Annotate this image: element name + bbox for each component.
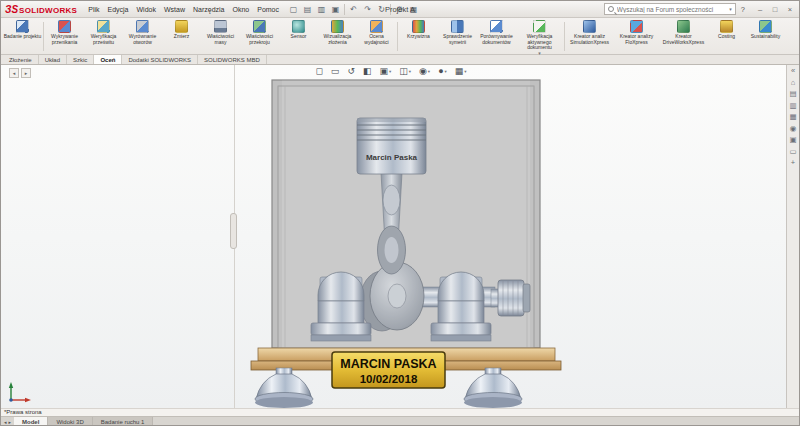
tab-dodatki-solidworks[interactable]: Dodatki SOLIDWORKS xyxy=(122,55,198,64)
tab-badanie-ruchu-1[interactable]: Badanie ruchu 1 xyxy=(93,417,154,426)
search-input[interactable] xyxy=(617,6,726,13)
ribbon-label: Costing xyxy=(718,34,735,40)
foot-right[interactable] xyxy=(464,368,522,408)
performance-evaluation-icon xyxy=(370,20,383,33)
search-icon xyxy=(608,6,614,12)
ribbon-label: Ocena wydajności xyxy=(357,34,396,45)
ribbon-label: Wizualizacja złożenia xyxy=(318,34,357,45)
custom-properties-icon[interactable]: ▣ xyxy=(789,136,796,144)
status-bar: *Prawa strona xyxy=(1,408,799,416)
featuremanager-arrows: ◂ ▸ xyxy=(9,68,31,78)
panel-expand-icon[interactable]: ▸ xyxy=(21,68,31,78)
open-icon[interactable]: ▤ xyxy=(302,5,313,14)
menu-okno[interactable]: Okno xyxy=(228,5,253,14)
appearances-icon[interactable]: ◉ xyxy=(790,125,797,133)
ribbon-label: Porównywanie dokumentów xyxy=(477,34,516,45)
solidworks-logo[interactable]: ЗS SOLIDWORKS xyxy=(5,4,77,15)
clearance-verification-icon xyxy=(97,20,110,33)
solidworks-logo-icon: ЗS xyxy=(5,4,18,15)
ribbon-button-check-active-document[interactable]: Weryfikacja aktywnego dokumentu ▾ xyxy=(516,19,563,54)
tab-scroll-right-icon[interactable]: ▸ xyxy=(9,419,12,425)
ribbon-button-floxpress[interactable]: Kreator analizy FloXpress xyxy=(613,19,660,54)
new-document-icon[interactable]: ▢ xyxy=(288,5,299,14)
ribbon-button-simulationxpress[interactable]: Kreator analiz SimulationXpress xyxy=(566,19,613,54)
ribbon-button-compare-documents[interactable]: Porównywanie dokumentów xyxy=(477,19,516,54)
ribbon-label: Kreator DriveWorksXpress xyxy=(660,34,707,45)
ribbon-button-interference-detection[interactable]: Wykrywanie przenikania xyxy=(45,19,84,54)
dropdown-caret-icon[interactable]: ▾ xyxy=(538,51,541,57)
maximize-icon[interactable]: □ xyxy=(770,5,780,14)
tab-zlozenie[interactable]: Złożenie xyxy=(3,55,39,64)
plate-name-text: MARCIN PASKA xyxy=(340,357,436,371)
sensor-icon xyxy=(292,20,305,33)
costing-icon xyxy=(720,20,733,33)
file-explorer-icon[interactable]: ▥ xyxy=(789,102,796,110)
ribbon-label: Krzywizna xyxy=(407,34,430,40)
design-library-icon[interactable]: ▤ xyxy=(789,90,796,98)
enclosure-front-face[interactable] xyxy=(272,80,540,348)
foot-left[interactable] xyxy=(255,368,313,408)
menu-edycja[interactable]: Edycja xyxy=(104,5,133,14)
simulationxpress-icon xyxy=(583,20,596,33)
ribbon-label: Zmierz xyxy=(174,34,189,40)
mass-properties-icon xyxy=(214,20,227,33)
menu-widok[interactable]: Widok xyxy=(133,5,160,14)
ribbon-button-sustainability[interactable]: Sustainability xyxy=(746,19,785,54)
help-icon[interactable]: ? xyxy=(739,5,747,14)
sustainability-icon xyxy=(759,20,772,33)
menu-narzedzia[interactable]: Narzędzia xyxy=(189,5,229,14)
ribbon-button-driveworksxpress[interactable]: Kreator DriveWorksXpress xyxy=(660,19,707,54)
menu-plik[interactable]: Plik xyxy=(84,5,103,14)
undo-icon[interactable]: ↶ xyxy=(348,5,359,14)
ribbon-label: Badanie projektu xyxy=(4,34,42,40)
menu-pomoc[interactable]: Pomoc xyxy=(253,5,283,14)
ribbon-button-assembly-visualization[interactable]: Wizualizacja złożenia xyxy=(318,19,357,54)
forum-icon[interactable]: ▭ xyxy=(789,148,796,156)
ribbon-label: Sprawdzenie symetrii xyxy=(438,34,477,45)
tab-ocen[interactable]: Oceń xyxy=(94,55,122,64)
ribbon-button-symmetry-check[interactable]: Sprawdzenie symetrii xyxy=(438,19,477,54)
ribbon-button-hole-alignment[interactable]: Wyrównanie otworów xyxy=(123,19,162,54)
save-icon[interactable]: ▥ xyxy=(316,5,327,14)
ribbon-button-curvature[interactable]: Krzywizna xyxy=(399,19,438,54)
tab-solidworks-mbd[interactable]: SOLIDWORKS MBD xyxy=(198,55,267,64)
task-pane: « ⌂ ▤ ▥ ▦ ◉ ▣ ▭ + xyxy=(786,65,799,408)
minimize-icon[interactable]: – xyxy=(755,5,765,14)
ribbon-separator xyxy=(564,22,565,51)
floxpress-icon xyxy=(630,20,643,33)
ribbon-button-sensor[interactable]: Sensor xyxy=(279,19,318,54)
viewport-canvas[interactable]: Marcin Paska xyxy=(234,65,789,408)
ribbon-button-performance-evaluation[interactable]: Ocena wydajności xyxy=(357,19,396,54)
print-icon[interactable]: ▣ xyxy=(330,5,341,14)
add-tab-icon[interactable]: + xyxy=(791,159,795,167)
community-search[interactable]: ▾ xyxy=(604,3,736,15)
tab-uklad[interactable]: Układ xyxy=(39,55,67,64)
tab-widoki-3d[interactable]: Widoki 3D xyxy=(48,417,92,426)
tab-szkic[interactable]: Szkic xyxy=(67,55,94,64)
tab-scroll-arrows: ◂ ▸ xyxy=(1,417,14,426)
redo-icon[interactable]: ↷ xyxy=(362,5,373,14)
ribbon-button-mass-properties[interactable]: Właściwości masy xyxy=(201,19,240,54)
menu-wstaw[interactable]: Wstaw xyxy=(160,5,189,14)
ribbon-button-measure[interactable]: Zmierz xyxy=(162,19,201,54)
graphics-area[interactable]: ◂ ▸ ◻ ▭ ↺ ◧ ▣▾ ◫▾ ◉▾ ●▾ ▦▾ xyxy=(1,65,799,408)
symmetry-check-icon xyxy=(451,20,464,33)
tab-scroll-left-icon[interactable]: ◂ xyxy=(4,419,7,425)
ribbon-button-design-study[interactable]: Badanie projektu xyxy=(3,19,42,54)
ribbon-button-section-properties[interactable]: Właściwości przekroju xyxy=(240,19,279,54)
close-icon[interactable]: × xyxy=(785,5,795,14)
view-palette-icon[interactable]: ▦ xyxy=(789,113,796,121)
curvature-icon xyxy=(412,20,425,33)
commandmanager-tabs: Złożenie Układ Szkic Oceń Dodatki SOLIDW… xyxy=(1,55,799,65)
tab-model[interactable]: Model xyxy=(14,417,48,426)
sw-resources-icon[interactable]: ⌂ xyxy=(791,79,796,87)
ribbon-button-clearance-verification[interactable]: Weryfikacja prześwitu xyxy=(84,19,123,54)
panel-collapse-icon[interactable]: ◂ xyxy=(9,68,19,78)
ribbon-button-costing[interactable]: Costing xyxy=(707,19,746,54)
taskpane-collapse-icon[interactable]: « xyxy=(791,67,795,75)
driveworksxpress-icon xyxy=(677,20,690,33)
name-plate[interactable]: MARCIN PASKA 10/02/2018 xyxy=(332,352,445,388)
search-caret-icon[interactable]: ▾ xyxy=(729,6,732,12)
ribbon-label: Weryfikacja aktywnego dokumentu xyxy=(516,34,563,51)
ribbon-label: Wyrównanie otworów xyxy=(123,34,162,45)
